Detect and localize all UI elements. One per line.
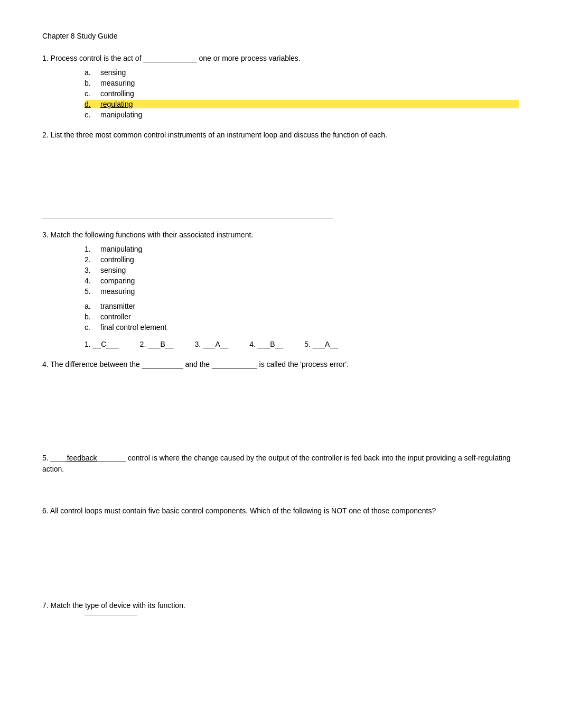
- q3-inst-b: b. controller: [85, 312, 519, 321]
- page-title: Chapter 8 Study Guide: [42, 32, 519, 40]
- question-1-text: 1. Process control is the act of _______…: [42, 53, 519, 64]
- question-7: 7. Match the type of device with its fun…: [42, 600, 519, 616]
- question-6: 6. All control loops must contain five b…: [42, 505, 519, 589]
- page-container: Chapter 8 Study Guide 1. Process control…: [0, 0, 561, 658]
- q3-inst-b-label: b.: [85, 312, 100, 321]
- option-d: d. regulating: [85, 100, 519, 108]
- q3-func-4: 4. comparing: [85, 277, 519, 285]
- q7-number: 7. Match the type of device with its fun…: [42, 601, 185, 610]
- option-d-text: regulating: [100, 100, 519, 108]
- q3-ans-3: 3. ___A__: [194, 340, 228, 348]
- q3-func-1: 1. manipulating: [85, 245, 519, 253]
- q3-ans-1: 1. __C___: [85, 340, 119, 348]
- question-6-text: 6. All control loops must contain five b…: [42, 505, 519, 517]
- q3-inst-a: a. transmitter: [85, 302, 519, 310]
- q3-ans-2: 2. ___B__: [140, 340, 174, 348]
- q2-writing-space: [42, 145, 519, 219]
- question-3: 3. Match the following functions with th…: [42, 229, 519, 348]
- q6-number: 6. All control loops must contain five b…: [42, 506, 436, 515]
- q3-functions: 1. manipulating 2. controlling 3. sensin…: [85, 245, 519, 348]
- q4-blank1: __________: [142, 360, 183, 368]
- question-5: 5. ____feedback_______ control is where …: [42, 453, 519, 495]
- option-e: e. manipulating: [85, 110, 519, 119]
- q3-inst-a-label: a.: [85, 302, 100, 310]
- question-3-text: 3. Match the following functions with th…: [42, 229, 519, 241]
- q3-func-4-text: comparing: [100, 277, 135, 285]
- q7-line: [85, 615, 137, 616]
- q3-inst-b-text: controller: [100, 312, 131, 321]
- option-e-label: e.: [85, 110, 100, 119]
- q4-writing-space: [42, 373, 519, 442]
- q1-number: 1.: [42, 54, 51, 62]
- q3-inst-a-text: transmitter: [100, 302, 135, 310]
- q3-func-2: 2. controlling: [85, 255, 519, 264]
- q4-middle: and the: [185, 360, 212, 368]
- q5-blank: _______: [97, 454, 126, 462]
- q1-options: a. sensing b. measuring c. controlling d…: [85, 68, 519, 119]
- q4-blank2: ___________: [212, 360, 257, 368]
- option-b: b. measuring: [85, 79, 519, 87]
- q3-func-4-label: 4.: [85, 277, 100, 285]
- q5-feedback: feedback: [67, 454, 97, 462]
- q3-ans-4: 4. ___B__: [249, 340, 283, 348]
- option-c-text: controlling: [100, 89, 519, 98]
- option-d-label: d.: [85, 100, 100, 108]
- q3-inst-c: c. final control element: [85, 323, 519, 331]
- q3-func-2-text: controlling: [100, 255, 134, 264]
- question-5-text: 5. ____feedback_______ control is where …: [42, 453, 519, 475]
- option-a: a. sensing: [85, 68, 519, 77]
- question-2: 2. List the three most common control in…: [42, 130, 519, 219]
- q3-inst-c-text: final control element: [100, 323, 166, 331]
- q3-instruments: a. transmitter b. controller c. final co…: [85, 302, 519, 331]
- question-7-text: 7. Match the type of device with its fun…: [42, 600, 519, 611]
- q6-writing-space: [42, 521, 519, 589]
- q2-line: [42, 218, 333, 219]
- option-a-text: sensing: [100, 68, 519, 77]
- q3-body: Match the following functions with their…: [51, 231, 254, 239]
- q3-number: 3.: [42, 231, 51, 239]
- q3-ans-5: 5. ___A__: [304, 340, 338, 348]
- q5-number: 5. ____: [42, 454, 67, 462]
- q2-body: List the three most common control instr…: [51, 131, 387, 139]
- q4-number: 4. The difference between the: [42, 360, 142, 368]
- question-4: 4. The difference between the __________…: [42, 359, 519, 442]
- q3-func-3: 3. sensing: [85, 266, 519, 274]
- question-2-text: 2. List the three most common control in…: [42, 130, 519, 141]
- question-1: 1. Process control is the act of _______…: [42, 53, 519, 119]
- option-a-label: a.: [85, 68, 100, 77]
- q3-func-1-text: manipulating: [100, 245, 142, 253]
- q3-inst-c-label: c.: [85, 323, 100, 331]
- q3-func-5-text: measuring: [100, 287, 135, 296]
- q3-func-5: 5. measuring: [85, 287, 519, 296]
- q3-func-3-label: 3.: [85, 266, 100, 274]
- question-4-text: 4. The difference between the __________…: [42, 359, 519, 370]
- q1-body: Process control is the act of __________…: [51, 54, 301, 62]
- q3-func-2-label: 2.: [85, 255, 100, 264]
- q2-number: 2.: [42, 131, 51, 139]
- q3-func-5-label: 5.: [85, 287, 100, 296]
- option-e-text: manipulating: [100, 110, 519, 119]
- option-b-label: b.: [85, 79, 100, 87]
- option-b-text: measuring: [100, 79, 519, 87]
- option-c: c. controlling: [85, 89, 519, 98]
- option-c-label: c.: [85, 89, 100, 98]
- q3-func-1-label: 1.: [85, 245, 100, 253]
- q3-answers: 1. __C___ 2. ___B__ 3. ___A__ 4. ___B__ …: [85, 340, 519, 348]
- q5-space: [42, 479, 519, 495]
- q4-after: is called the 'process error'.: [259, 360, 349, 368]
- q3-func-3-text: sensing: [100, 266, 126, 274]
